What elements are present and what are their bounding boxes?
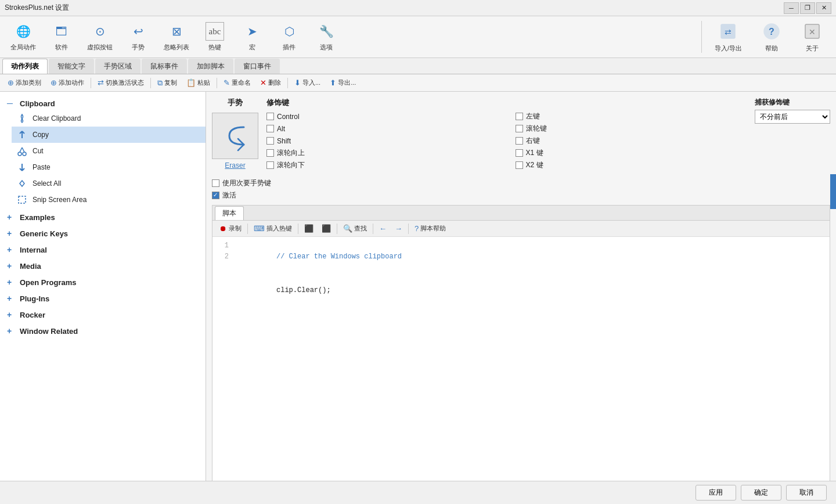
virtual-button-icon: ⊙ bbox=[91, 22, 109, 41]
tree-group-clipboard-header[interactable]: ─ Clipboard bbox=[0, 96, 206, 110]
x2-key-label: X2 键 bbox=[526, 160, 543, 170]
tree-group-generic-keys-header[interactable]: + Generic Keys bbox=[0, 226, 206, 240]
right-key-checkbox[interactable] bbox=[516, 137, 523, 145]
find-button[interactable]: 🔍 查找 bbox=[340, 223, 370, 234]
delete-icon: ✕ bbox=[260, 78, 266, 87]
tree-group-window-related: + Window Related bbox=[0, 323, 206, 339]
tree-group-internal-header[interactable]: + Internal bbox=[0, 243, 206, 257]
tree-item-paste[interactable]: Paste bbox=[12, 159, 206, 175]
line-num-2: 2 bbox=[218, 251, 229, 262]
media-label: Media bbox=[20, 262, 41, 271]
paste-button[interactable]: 📋 粘贴 bbox=[182, 77, 214, 88]
alt-checkbox[interactable] bbox=[266, 125, 274, 132]
tree-item-cut[interactable]: Cut bbox=[12, 143, 206, 159]
toolbar-gesture[interactable]: ↩ 手势 bbox=[121, 19, 156, 55]
confirm-button[interactable]: 确定 bbox=[741, 485, 781, 501]
script-btn3[interactable]: ⬛ bbox=[301, 223, 317, 234]
tree-group-media-header[interactable]: + Media bbox=[0, 259, 206, 273]
toolbar-ignore-list[interactable]: ⊠ 忽略列表 bbox=[158, 19, 195, 55]
tab-gesture-area[interactable]: 手势区域 bbox=[95, 59, 140, 74]
modifier-right-key: 右键 bbox=[516, 136, 747, 146]
close-button[interactable]: ✕ bbox=[816, 2, 831, 14]
tree-group-window-related-header[interactable]: + Window Related bbox=[0, 324, 206, 338]
activate-checkbox[interactable] bbox=[212, 192, 219, 199]
x2-key-checkbox[interactable] bbox=[516, 161, 523, 169]
tree-group-rocker-header[interactable]: + Rocker bbox=[0, 308, 206, 322]
cancel-button[interactable]: 取消 bbox=[786, 485, 827, 501]
scroll-wheel-checkbox[interactable] bbox=[516, 125, 523, 132]
use-secondary-checkbox[interactable] bbox=[212, 179, 219, 187]
tree-item-select-all[interactable]: Select All bbox=[12, 175, 206, 192]
toolbar-options[interactable]: 🔧 选项 bbox=[309, 19, 344, 55]
tree-group-media: + Media bbox=[0, 258, 206, 274]
restore-button[interactable]: ❐ bbox=[800, 2, 815, 14]
modifier-x2-key: X2 键 bbox=[516, 160, 747, 170]
snip-screen-label: Snip Screen Area bbox=[33, 196, 87, 204]
add-action-icon: ⊕ bbox=[51, 78, 57, 87]
rename-button[interactable]: ✎ 重命名 bbox=[219, 77, 255, 88]
forward-button[interactable]: → bbox=[391, 223, 406, 234]
right-panel: 手势 Eraser 修饰键 Control bbox=[206, 92, 836, 504]
script-icon-4: ⬛ bbox=[322, 224, 331, 233]
gesture-name-label[interactable]: Eraser bbox=[225, 161, 245, 170]
alt-label: Alt bbox=[277, 125, 285, 133]
tree-group-open-programs-header[interactable]: + Open Programs bbox=[0, 275, 206, 289]
toolbar-virtual-button[interactable]: ⊙ 虚拟按钮 bbox=[81, 19, 118, 55]
apply-button[interactable]: 应用 bbox=[696, 485, 736, 501]
tree-item-copy[interactable]: Copy bbox=[12, 127, 206, 143]
toolbar-hotkey[interactable]: abc 热键 bbox=[197, 19, 232, 55]
toolbar-about[interactable]: ✕ 关于 bbox=[793, 19, 831, 55]
script-btn4[interactable]: ⬛ bbox=[318, 223, 334, 234]
tree-group-plug-ins-header[interactable]: + Plug-Ins bbox=[0, 291, 206, 305]
insert-hotkey-button[interactable]: ⌨ 插入热键 bbox=[250, 223, 296, 234]
code-content[interactable]: // Clear the Windows clipboard clip.Clea… bbox=[235, 240, 824, 494]
toolbar-import-export[interactable]: ⇄ 导入/导出 bbox=[707, 19, 750, 55]
import-button[interactable]: ⬇ 导入... bbox=[290, 77, 325, 88]
capture-select[interactable]: 不分前后 先按修饰键 后按修饰键 bbox=[755, 110, 830, 124]
scroll-up-checkbox[interactable] bbox=[266, 149, 274, 157]
tab-action-list[interactable]: 动作列表 bbox=[2, 59, 48, 74]
script-icon-3: ⬛ bbox=[304, 224, 314, 233]
toolbar-plugin[interactable]: ⬡ 插件 bbox=[272, 19, 307, 55]
script-toolbar: ⏺ 录制 ⌨ 插入热键 ⬛ ⬛ 🔍 查找 bbox=[212, 221, 830, 237]
delete-label: 删除 bbox=[268, 78, 281, 87]
toolbar-macro[interactable]: ➤ 宏 bbox=[235, 19, 269, 55]
add-category-button[interactable]: ⊕ 添加类别 bbox=[3, 77, 45, 88]
paste-label: 粘贴 bbox=[197, 78, 210, 87]
record-button[interactable]: ⏺ 录制 bbox=[216, 223, 245, 234]
toolbar-global-actions[interactable]: 🌐 全局动作 bbox=[5, 19, 42, 55]
script-tab[interactable]: 脚本 bbox=[215, 206, 244, 220]
script-editor: 1 2 // Clear the Windows clipboard clip.… bbox=[212, 237, 830, 498]
add-action-button[interactable]: ⊕ 添加动作 bbox=[46, 77, 88, 88]
rocker-label: Rocker bbox=[20, 311, 45, 319]
x1-key-label: X1 键 bbox=[526, 148, 543, 158]
options-label: 选项 bbox=[320, 43, 333, 52]
back-button[interactable]: ← bbox=[376, 223, 390, 234]
edit-sep-1 bbox=[91, 78, 91, 88]
delete-button[interactable]: ✕ 删除 bbox=[256, 77, 285, 88]
left-key-checkbox[interactable] bbox=[516, 113, 523, 120]
export-icon: ⬆ bbox=[330, 78, 336, 87]
tab-smart-text[interactable]: 智能文字 bbox=[49, 59, 94, 74]
main-layout: ─ Clipboard Clear Clipboard Copy bbox=[0, 92, 836, 504]
ignore-list-label: 忽略列表 bbox=[164, 43, 189, 52]
tab-add-remove-script[interactable]: 加卸脚本 bbox=[188, 59, 233, 74]
tab-mouse-event[interactable]: 鼠标事件 bbox=[142, 59, 187, 74]
right-edge-tab[interactable] bbox=[830, 174, 836, 209]
tab-window-event[interactable]: 窗口事件 bbox=[235, 59, 280, 74]
tree-group-examples-header[interactable]: + Examples bbox=[0, 210, 206, 224]
tree-item-clear-clipboard[interactable]: Clear Clipboard bbox=[12, 110, 206, 127]
script-help-button[interactable]: ? 脚本帮助 bbox=[411, 223, 449, 234]
export-button[interactable]: ⬆ 导出... bbox=[326, 77, 360, 88]
toolbar-help[interactable]: ? 帮助 bbox=[752, 19, 791, 55]
find-label: 查找 bbox=[354, 224, 367, 233]
toggle-active-button[interactable]: ⇄ 切换激活状态 bbox=[93, 77, 148, 88]
x1-key-checkbox[interactable] bbox=[516, 149, 523, 157]
copy-button[interactable]: ⧉ 复制 bbox=[153, 77, 181, 89]
toolbar-software[interactable]: 🗔 软件 bbox=[44, 19, 79, 55]
scroll-down-checkbox[interactable] bbox=[266, 161, 274, 169]
tree-item-snip-screen[interactable]: Snip Screen Area bbox=[12, 192, 206, 208]
shift-checkbox[interactable] bbox=[266, 137, 274, 145]
control-checkbox[interactable] bbox=[266, 113, 274, 120]
minimize-button[interactable]: ─ bbox=[784, 2, 799, 14]
